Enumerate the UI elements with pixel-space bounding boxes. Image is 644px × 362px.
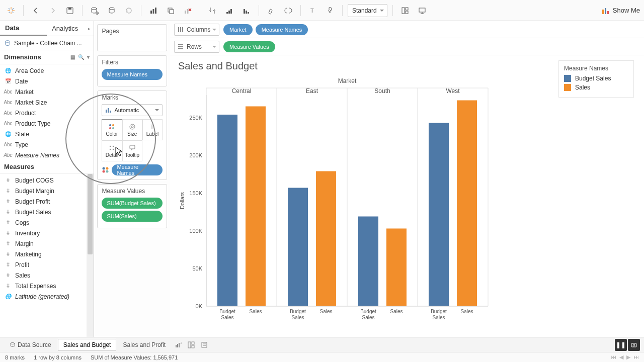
forward-icon[interactable] [46, 4, 60, 18]
field-label: Latitude (generated) [15, 293, 69, 300]
measure-field[interactable]: #Budget COGS [0, 175, 94, 186]
hash-icon: # [4, 177, 12, 183]
show-me-button[interactable]: Show Me [602, 7, 640, 15]
dimension-field[interactable]: AbcType [0, 139, 94, 150]
measure-field[interactable]: #Inventory [0, 228, 94, 238]
dimension-field[interactable]: 🌐State [0, 129, 94, 139]
show-me-label: Show Me [613, 7, 640, 14]
measure-field[interactable]: #Marketing [0, 249, 94, 259]
nav-next-icon[interactable]: ▶ [626, 354, 630, 360]
dimension-field[interactable]: 📅Date [0, 76, 94, 86]
measures-scrollbar[interactable] [87, 174, 94, 337]
new-datasource-icon[interactable] [88, 4, 102, 18]
dimension-field[interactable]: AbcMeasure Names [0, 150, 94, 160]
color-legend[interactable]: Measure Names Budget SalesSales [558, 60, 634, 98]
show-cards-icon[interactable] [398, 4, 412, 18]
highlight-icon[interactable] [264, 4, 278, 18]
marks-title: Marks [102, 94, 163, 101]
mv-pill-budget-sales[interactable]: SUM(Budget Sales) [102, 198, 163, 209]
row-pill-measure-values[interactable]: Measure Values [223, 41, 275, 52]
measure-field[interactable]: #Budget Sales [0, 207, 94, 217]
legend-item[interactable]: Sales [564, 84, 628, 91]
dimension-field[interactable]: AbcMarket [0, 86, 94, 97]
refresh-icon[interactable] [122, 4, 136, 18]
measure-values-shelf[interactable]: Measure Values SUM(Budget Sales) SUM(Sal… [97, 184, 167, 228]
measure-field[interactable]: 🌐Latitude (generated) [0, 291, 94, 302]
shelves-pane: Pages Filters Measure Names Marks Automa… [94, 21, 170, 337]
col-pill-measure-names[interactable]: Measure Names [256, 24, 308, 35]
mv-pill-sales[interactable]: SUM(Sales) [102, 211, 163, 222]
legend-swatch [564, 75, 571, 82]
measure-field[interactable]: #Sales [0, 270, 94, 281]
swap-icon[interactable] [205, 4, 219, 18]
marks-size-button[interactable]: Size [122, 119, 142, 140]
nav-prev-icon[interactable]: ◀ [619, 354, 623, 360]
col-pill-market[interactable]: Market [223, 24, 253, 35]
view-list-icon[interactable]: ▤ [70, 54, 75, 60]
filters-shelf[interactable]: Filters Measure Names [97, 55, 167, 86]
svg-rect-1 [68, 8, 71, 10]
datasource-row[interactable]: Sample - Coffee Chain ... [0, 36, 94, 50]
new-sheet-icon[interactable]: + [172, 339, 184, 351]
marks-color-pill[interactable]: Measure Names [112, 164, 163, 175]
sheet-tab-2[interactable]: Sales and Profit [117, 339, 171, 351]
group-icon[interactable] [281, 4, 295, 18]
clear-sheet-icon[interactable] [181, 4, 195, 18]
tab-data[interactable]: Data [0, 21, 47, 36]
dimension-field[interactable]: AbcProduct Type [0, 118, 94, 129]
marks-type-select[interactable]: Automatic [102, 104, 163, 116]
save-icon[interactable] [63, 4, 77, 18]
rows-label[interactable]: Rows [174, 41, 219, 53]
chart-title[interactable]: Sales and Budget [176, 60, 548, 72]
menu-caret-icon[interactable]: ▾ [87, 54, 90, 60]
measure-field[interactable]: #Total Expenses [0, 281, 94, 291]
pin-icon[interactable] [323, 4, 337, 18]
columns-shelf[interactable]: Columns Market Measure Names [170, 21, 644, 38]
search-icon[interactable]: 🔍 [78, 54, 84, 60]
rows-shelf[interactable]: Rows Measure Values [170, 38, 644, 55]
fit-selector[interactable]: Standard [348, 4, 387, 17]
dimension-field[interactable]: AbcProduct [0, 108, 94, 118]
pause-icon[interactable]: ❚❚ [615, 339, 627, 351]
measure-field[interactable]: #Profit [0, 259, 94, 270]
sort-desc-icon[interactable] [239, 4, 254, 18]
datasource-tab[interactable]: Data Source [4, 339, 57, 351]
label-icon[interactable]: T [306, 4, 320, 18]
columns-label[interactable]: Columns [174, 24, 219, 36]
camera-icon[interactable] [628, 339, 640, 351]
legend-item[interactable]: Budget Sales [564, 75, 628, 82]
marks-detail-button[interactable]: Detail [102, 140, 122, 161]
measure-field[interactable]: #Cogs [0, 217, 94, 228]
nav-last-icon[interactable]: ⏭ [633, 354, 639, 360]
sheet-tab-active[interactable]: Sales and Budget [58, 339, 117, 351]
abc-icon: Abc [4, 142, 12, 147]
new-dashboard-icon[interactable] [185, 339, 197, 351]
marks-label-button[interactable]: TLabel [142, 119, 163, 140]
measure-field[interactable]: #Margin [0, 238, 94, 249]
svg-text:Budget: Budget [360, 309, 376, 314]
back-icon[interactable] [29, 4, 43, 18]
filter-pill-measure-names[interactable]: Measure Names [102, 69, 163, 80]
presentation-icon[interactable] [415, 4, 429, 18]
svg-rect-49 [178, 44, 183, 45]
tableau-logo-icon[interactable] [4, 4, 18, 18]
svg-point-26 [6, 40, 10, 42]
marks-tooltip-button[interactable]: Tooltip [122, 140, 142, 161]
duplicate-icon[interactable] [164, 4, 178, 18]
pause-updates-icon[interactable] [105, 4, 119, 18]
new-worksheet-icon[interactable] [146, 4, 160, 18]
measure-field[interactable]: #Budget Margin [0, 186, 94, 196]
new-story-icon[interactable] [198, 339, 210, 351]
svg-point-44 [103, 170, 105, 173]
sort-asc-icon[interactable] [222, 4, 236, 18]
marks-color-button[interactable]: Color [102, 119, 122, 140]
chart-area[interactable]: 0K50K100K150K200K250KDollarsMarketCentra… [176, 75, 548, 337]
dimension-field[interactable]: AbcMarket Size [0, 97, 94, 108]
svg-rect-47 [180, 27, 181, 32]
pages-shelf[interactable]: Pages [97, 24, 167, 51]
tab-analytics[interactable]: Analytics [47, 21, 94, 36]
measure-field[interactable]: #Budget Profit [0, 196, 94, 207]
dimension-field[interactable]: 🌐Area Code [0, 65, 94, 76]
nav-first-icon[interactable]: ⏮ [611, 354, 616, 360]
svg-point-4 [109, 8, 114, 10]
